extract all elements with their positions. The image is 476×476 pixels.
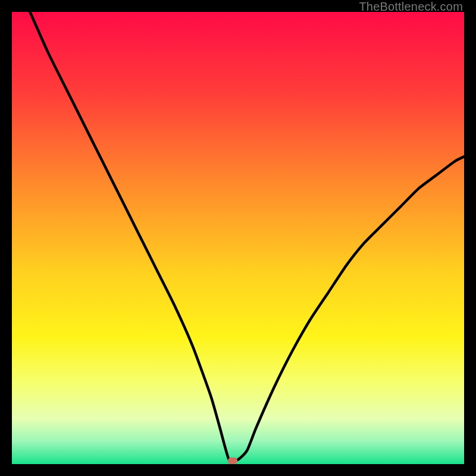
optimal-marker: [228, 458, 237, 464]
bottleneck-curve: [12, 12, 464, 464]
plot-area: [12, 12, 464, 464]
attribution-text: TheBottleneck.com: [359, 0, 463, 14]
chart-frame: TheBottleneck.com: [0, 0, 476, 476]
